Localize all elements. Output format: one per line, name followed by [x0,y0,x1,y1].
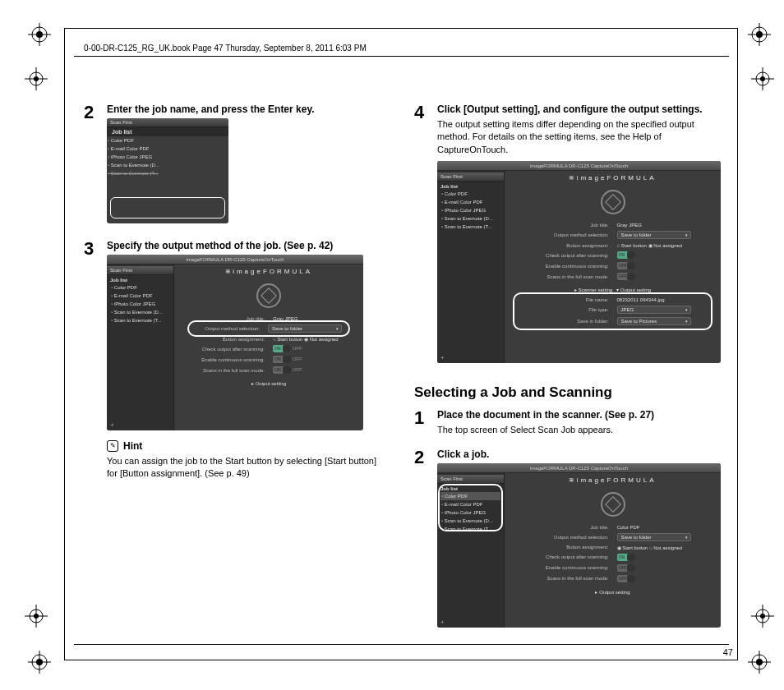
radio-start[interactable]: Start button [617,545,648,550]
brand-logo: imageFORMULA [505,473,721,487]
page-number: 47 [723,647,733,657]
list-item[interactable]: iPhoto Color JPEG [107,153,228,161]
footer-rule [74,644,729,645]
radio-notassigned[interactable]: Not assigned [304,337,339,342]
radio-notassigned[interactable]: Not assigned [648,243,683,248]
hint-text: You can assign the job to the Start butt… [107,455,383,481]
step-title: Place the document in the scanner. (See … [437,409,721,421]
step-3: 3 Specify the output method of the job. … [84,240,383,481]
toggle-full-scan[interactable]: OFF [617,575,635,582]
step-title: Specify the output method of the job. (S… [107,240,383,251]
sidebar-item[interactable]: iPhoto Color JPEG [110,300,170,308]
svg-point-23 [760,76,765,81]
screenshot-outputsetting: imageFORMULA DR-C125 CaptureOnTouch Scan… [437,161,721,363]
sidebar-header: Scan First [107,266,173,275]
step-number: 3 [84,240,99,481]
radio-start[interactable]: Start button [617,243,647,248]
list-item[interactable]: Scan to Evernote (T... [107,169,228,177]
label-cont-scan: Enable continuous scanning: [526,565,617,570]
sidebar: Scan First Job list Color PDF E-mail Col… [107,264,174,430]
screenshot-outputmethod: imageFORMULA DR-C125 CaptureOnTouch Scan… [107,255,363,430]
sidebar-item[interactable]: iPhoto Color JPEG [440,206,500,214]
savein-dropdown[interactable]: Save to Pictures [617,317,691,325]
label-method: Output method selection: [526,232,617,237]
brand-logo: imageFORMULA [174,264,363,278]
label-button-assign: Button assignment: [526,243,617,248]
radio-notassigned[interactable]: Not assigned [649,545,682,550]
label-cont-scan: Enable continuous scanning: [196,357,273,362]
sidebar-item[interactable]: E-mail Color PDF [440,198,500,206]
label-check-output: Check output after scanning: [526,253,617,258]
output-setting-disclosure[interactable]: Output setting [505,587,721,596]
screenshot-joblist: Scan First Job list Color PDF E-mail Col… [107,118,228,223]
sidebar-item[interactable]: Scan to Evernote (T... [110,316,170,324]
start-icon[interactable] [601,492,625,517]
right-column: 4 Click [Output setting], and configure … [414,104,721,629]
output-method-dropdown[interactable]: Save to folder [268,324,342,333]
step-number: 4 [414,104,429,373]
toggle-check-output[interactable]: ON [617,554,635,561]
step-description: The top screen of Select Scan Job appear… [437,424,721,436]
label-method: Output method selection: [526,535,617,540]
step-number: 2 [84,104,99,233]
step-number: 1 [414,409,429,441]
add-icon[interactable]: + [440,354,445,361]
svg-point-19 [34,76,39,81]
hint-heading: ✎ Hint [107,440,383,452]
print-header: 0-00-DR-C125_RG_UK.book Page 47 Thursday… [84,44,367,53]
toggle-full-scan[interactable]: OFF [617,273,635,280]
window-titlebar: imageFORMULA DR-C125 CaptureOnTouch [107,255,363,264]
svg-point-7 [756,31,763,38]
screenshot-clickjob: imageFORMULA DR-C125 CaptureOnTouch Scan… [437,463,721,628]
sidebar-item[interactable]: Color PDF [440,190,500,198]
step-title: Click a job. [437,448,721,460]
output-method-dropdown[interactable]: Save to folder [617,231,691,239]
toggle-cont-scan[interactable]: OFF [617,262,635,269]
list-item[interactable]: E-mail Color PDF [107,145,228,153]
sidebar-item[interactable]: Scan to Evernote (D... [110,308,170,316]
sidebar: Scan First Job list Color PDF E-mail Col… [437,171,505,363]
sidebar: Scan First Job list Color PDF E-mail Col… [437,473,505,628]
sidebar-section: Job list [110,277,170,283]
list-header: Job list [107,127,228,136]
section-heading: Selecting a Job and Scanning [414,384,721,401]
sidebar-item[interactable]: Scan to Evernote (D... [440,214,500,223]
output-setting-disclosure[interactable]: Output setting [174,379,363,388]
toggle-cont-scan[interactable]: ON [273,356,291,363]
filetype-dropdown[interactable]: JPEG [617,306,691,314]
left-column: 2 Enter the job name, and press the Ente… [84,104,383,629]
label-jobtitle: Job title: [526,525,617,530]
list-item[interactable]: Color PDF [107,136,228,145]
label-jobtitle: Job title: [526,223,617,228]
label-full-scan: Scans in the full scan mode: [196,368,273,373]
add-icon[interactable]: + [440,619,445,626]
svg-point-31 [760,614,765,619]
sidebar-item[interactable]: Color PDF [110,283,170,292]
value-jobtitle: Color PDF [617,525,700,530]
label-button-assign: Button assignment: [196,337,273,342]
sidebar-section: Job list [440,183,500,190]
start-icon[interactable] [256,283,281,308]
step-title: Enter the job name, and press the Enter … [107,104,383,115]
add-icon[interactable]: + [110,421,114,429]
toggle-cont-scan[interactable]: OFF [617,564,635,572]
radio-start[interactable]: Start button [273,337,302,342]
svg-point-27 [34,614,39,619]
sidebar-item[interactable]: Scan to Evernote (T... [440,223,500,231]
svg-point-11 [36,659,43,665]
step-number: 2 [414,448,429,637]
output-method-dropdown[interactable]: Save to folder [617,533,691,541]
toggle-check-output[interactable]: ON [617,251,635,259]
label-full-scan: Scans in the full scan mode: [526,274,617,279]
label-check-output: Check output after scanning: [196,347,273,352]
panel-header: Scan First [107,118,228,127]
hint-label: Hint [123,440,142,452]
step-2: 2 Enter the job name, and press the Ente… [84,104,383,233]
toggle-check-output[interactable]: ON [273,345,291,352]
toggle-full-scan[interactable]: ON [273,366,291,374]
sidebar-item[interactable]: E-mail Color PDF [110,292,170,300]
start-icon[interactable] [601,190,625,214]
sidebar-header: Scan First [437,475,504,484]
step-title: Click [Output setting], and configure th… [437,104,721,115]
list-item[interactable]: Scan to Evernote (D... [107,161,228,169]
